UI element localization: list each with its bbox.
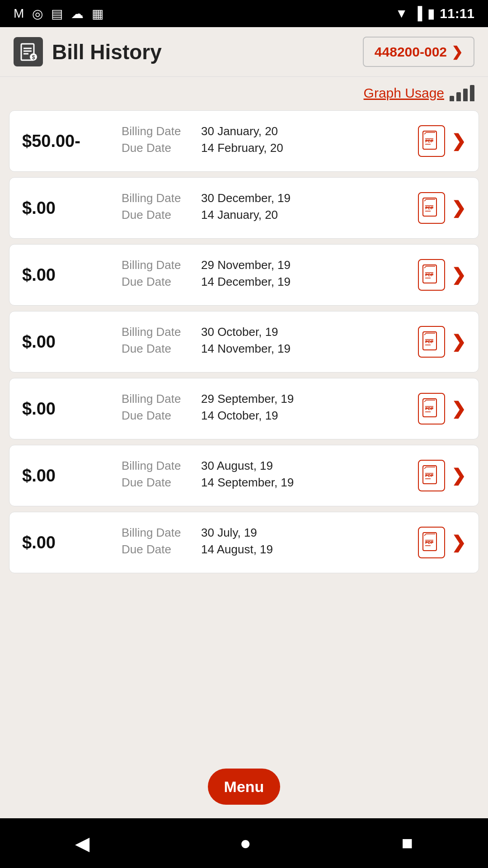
graph-bar-3: [463, 89, 468, 101]
bill-item[interactable]: $.00 Billing Date 30 August, 19 Due Date…: [9, 445, 479, 506]
cloud-icon: ☁: [71, 6, 84, 21]
pdf-icon[interactable]: PDF: [418, 527, 445, 558]
bill-item[interactable]: $.00 Billing Date 29 September, 19 Due D…: [9, 378, 479, 439]
graph-usage-row: Graph Usage: [0, 77, 488, 106]
due-date-value: 14 December, 19: [201, 275, 291, 289]
billing-date-row: Billing Date 30 August, 19: [122, 459, 418, 473]
due-date-row: Due Date 14 December, 19: [122, 275, 418, 289]
due-date-label: Due Date: [122, 141, 194, 155]
menu-button[interactable]: Menu: [208, 769, 280, 805]
due-date-value: 14 October, 19: [201, 409, 278, 423]
due-date-label: Due Date: [122, 542, 194, 557]
account-number: 448200-002: [375, 44, 447, 60]
bill-actions: PDF ❯: [418, 192, 466, 224]
signal-icon: ▐: [413, 6, 422, 21]
due-date-label: Due Date: [122, 409, 194, 423]
billing-date-label: Billing Date: [122, 526, 194, 540]
billing-date-value: 29 September, 19: [201, 392, 294, 406]
bill-dates: Billing Date 29 November, 19 Due Date 14…: [113, 258, 418, 292]
status-bar: M ◎ ▤ ☁ ▦ ▼ ▐ ▮ 11:11: [0, 0, 488, 27]
gmail-icon: M: [14, 6, 24, 21]
billing-date-value: 30 January, 20: [201, 124, 278, 138]
bill-item[interactable]: $.00 Billing Date 30 December, 19 Due Da…: [9, 177, 479, 239]
svg-text:PDF: PDF: [425, 273, 434, 277]
bill-actions: PDF ❯: [418, 326, 466, 358]
bill-dates: Billing Date 30 October, 19 Due Date 14 …: [113, 325, 418, 359]
header-left: $ Bill History: [14, 37, 162, 66]
svg-text:PDF: PDF: [425, 406, 434, 411]
bill-dates: Billing Date 29 September, 19 Due Date 1…: [113, 392, 418, 425]
pdf-icon[interactable]: PDF: [418, 259, 445, 291]
due-date-row: Due Date 14 November, 19: [122, 342, 418, 356]
graph-usage-icon: [450, 85, 474, 101]
svg-text:PDF: PDF: [425, 540, 434, 545]
due-date-value: 14 August, 19: [201, 542, 273, 557]
status-icons-left: M ◎ ▤ ☁ ▦: [14, 6, 103, 21]
billing-date-row: Billing Date 30 January, 20: [122, 124, 418, 138]
graph-usage-link[interactable]: Graph Usage: [364, 85, 444, 101]
billing-date-label: Billing Date: [122, 325, 194, 339]
due-date-label: Due Date: [122, 342, 194, 356]
bill-amount: $.00: [22, 198, 113, 218]
bill-chevron-icon: ❯: [451, 533, 466, 552]
pdf-icon[interactable]: PDF: [418, 192, 445, 224]
account-chevron-icon: ❯: [451, 44, 463, 60]
graph-bar-4: [470, 85, 474, 101]
bill-actions: PDF ❯: [418, 125, 466, 157]
due-date-label: Due Date: [122, 476, 194, 490]
bill-chevron-icon: ❯: [451, 131, 466, 151]
due-date-row: Due Date 14 August, 19: [122, 542, 418, 557]
account-button[interactable]: 448200-002 ❯: [363, 37, 474, 67]
due-date-row: Due Date 14 February, 20: [122, 141, 418, 155]
bill-amount: $.00: [22, 466, 113, 486]
due-date-value: 14 February, 20: [201, 141, 283, 155]
nav-bar: ◀ ● ■: [0, 818, 488, 868]
radio-icon: ◎: [32, 6, 43, 21]
svg-text:PDF: PDF: [425, 473, 434, 478]
due-date-value: 14 November, 19: [201, 342, 291, 356]
svg-text:PDF: PDF: [425, 340, 434, 344]
pdf-icon[interactable]: PDF: [418, 125, 445, 157]
billing-date-value: 30 December, 19: [201, 191, 291, 205]
bill-history-icon: $: [14, 37, 43, 66]
svg-text:$: $: [32, 54, 35, 61]
due-date-label: Due Date: [122, 275, 194, 289]
back-button[interactable]: ◀: [75, 832, 89, 854]
billing-date-label: Billing Date: [122, 258, 194, 272]
app-header: $ Bill History 448200-002 ❯: [0, 27, 488, 77]
pdf-icon[interactable]: PDF: [418, 326, 445, 358]
pdf-icon[interactable]: PDF: [418, 460, 445, 491]
due-date-row: Due Date 14 October, 19: [122, 409, 418, 423]
billing-date-label: Billing Date: [122, 459, 194, 473]
bill-list: $50.00- Billing Date 30 January, 20 Due …: [0, 106, 488, 760]
bill-amount: $.00: [22, 332, 113, 352]
bill-item[interactable]: $.00 Billing Date 30 July, 19 Due Date 1…: [9, 512, 479, 573]
bill-dates: Billing Date 30 December, 19 Due Date 14…: [113, 191, 418, 225]
due-date-label: Due Date: [122, 208, 194, 222]
bill-chevron-icon: ❯: [451, 332, 466, 352]
bill-dates: Billing Date 30 January, 20 Due Date 14 …: [113, 124, 418, 158]
due-date-row: Due Date 14 September, 19: [122, 476, 418, 490]
bill-item[interactable]: $50.00- Billing Date 30 January, 20 Due …: [9, 110, 479, 172]
billing-date-label: Billing Date: [122, 392, 194, 406]
svg-text:PDF: PDF: [425, 139, 434, 143]
bill-chevron-icon: ❯: [451, 265, 466, 285]
billing-date-value: 30 October, 19: [201, 325, 278, 339]
due-date-value: 14 September, 19: [201, 476, 294, 490]
bill-item[interactable]: $.00 Billing Date 30 October, 19 Due Dat…: [9, 311, 479, 373]
bill-dates: Billing Date 30 July, 19 Due Date 14 Aug…: [113, 526, 418, 559]
pdf-icon[interactable]: PDF: [418, 393, 445, 425]
calendar-icon: ▦: [92, 6, 103, 21]
bill-amount: $.00: [22, 533, 113, 552]
bill-amount: $50.00-: [22, 132, 113, 151]
billing-date-label: Billing Date: [122, 191, 194, 205]
menu-container: Menu: [0, 760, 488, 818]
bill-item[interactable]: $.00 Billing Date 29 November, 19 Due Da…: [9, 244, 479, 306]
bill-amount: $.00: [22, 399, 113, 419]
billing-date-value: 30 July, 19: [201, 526, 257, 540]
recent-button[interactable]: ■: [401, 832, 413, 854]
home-button[interactable]: ●: [240, 832, 251, 854]
billing-date-value: 30 August, 19: [201, 459, 273, 473]
status-time: 11:11: [440, 6, 474, 21]
billing-date-row: Billing Date 29 September, 19: [122, 392, 418, 406]
